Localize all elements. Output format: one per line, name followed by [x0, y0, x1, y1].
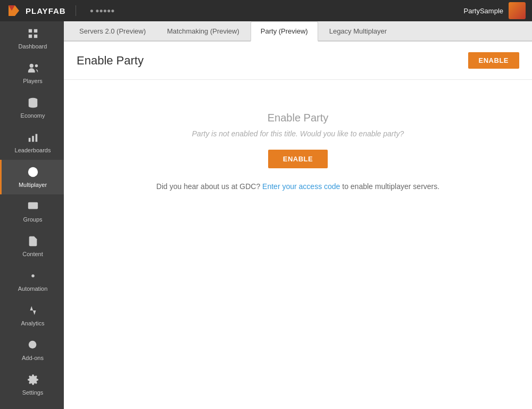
dashboard-icon: [27, 28, 39, 41]
sidebar-label-dashboard: Dashboard: [19, 43, 47, 50]
svg-line-19: [35, 347, 37, 349]
page-title: Enable Party: [77, 54, 144, 68]
sidebar-label-settings: Settings: [22, 389, 44, 396]
header-right: PartySample: [464, 2, 526, 19]
economy-icon: [27, 97, 39, 110]
content-icon: [27, 235, 39, 249]
gdc-text: Did you hear about us at GDC? Enter your…: [156, 182, 439, 191]
center-content: Enable Party Party is not enabled for th…: [64, 80, 532, 223]
svg-point-7: [35, 64, 38, 68]
sidebar-label-multiplayer: Multiplayer: [19, 182, 47, 188]
gdc-text-after: to enable multiplayer servers.: [342, 182, 439, 191]
automation-icon: [27, 270, 39, 283]
sidebar-item-groups[interactable]: Groups: [0, 194, 64, 229]
gdc-link[interactable]: Enter your access code: [262, 182, 340, 191]
logo-text: PLAYFAB: [26, 6, 66, 15]
tab-bar: Servers 2.0 (Preview) Matchmaking (Previ…: [64, 21, 532, 42]
tab-matchmaking[interactable]: Matchmaking (Preview): [157, 21, 250, 40]
svg-point-17: [31, 274, 35, 277]
sidebar-item-multiplayer[interactable]: Multiplayer: [0, 160, 64, 194]
tab-servers[interactable]: Servers 2.0 (Preview): [69, 21, 156, 40]
main-layout: Dashboard Players Economy Leaderboards M…: [0, 21, 532, 409]
sidebar-label-players: Players: [23, 78, 43, 84]
avatar-image: [509, 2, 526, 19]
avatar[interactable]: [509, 2, 526, 19]
sidebar-label-analytics: Analytics: [21, 320, 44, 326]
gdc-text-before: Did you hear about us at GDC?: [156, 182, 260, 191]
settings-icon: [27, 374, 39, 387]
header-username: PartySample: [464, 7, 503, 15]
svg-rect-4: [28, 35, 31, 38]
players-icon: [27, 62, 39, 76]
sidebar-item-analytics[interactable]: Analytics: [0, 298, 64, 333]
sidebar-item-addons[interactable]: Add-ons: [0, 333, 64, 367]
content-area: Servers 2.0 (Preview) Matchmaking (Previ…: [64, 21, 532, 409]
svg-rect-14: [28, 202, 37, 209]
sidebar-item-economy[interactable]: Economy: [0, 91, 64, 125]
sidebar-item-admin[interactable]: Admin: [0, 402, 64, 409]
svg-point-6: [29, 64, 33, 68]
sidebar-item-leaderboards[interactable]: Leaderboards: [0, 125, 64, 160]
sidebar-item-dashboard[interactable]: Dashboard: [0, 21, 64, 56]
svg-rect-10: [32, 136, 34, 142]
sidebar-item-players[interactable]: Players: [0, 56, 64, 91]
page-content: Enable Party ENABLE Enable Party Party i…: [64, 42, 532, 409]
page-header: Enable Party ENABLE: [64, 42, 532, 80]
svg-rect-5: [34, 35, 37, 38]
groups-icon: [27, 201, 39, 214]
playfab-logo-icon: [6, 3, 21, 18]
leaderboards-icon: [27, 132, 39, 145]
enable-button-center[interactable]: ENABLE: [268, 150, 328, 168]
top-header: PLAYFAB ● ●●●●● PartySample: [0, 0, 532, 21]
multiplayer-icon: [27, 166, 39, 179]
sidebar-label-automation: Automation: [18, 285, 48, 292]
enable-button-header[interactable]: ENABLE: [468, 52, 519, 69]
tab-legacy-multiplayer[interactable]: Legacy Multiplayer: [319, 21, 397, 40]
header-divider: [76, 5, 76, 16]
header-project-name: ● ●●●●●: [86, 6, 119, 15]
svg-rect-3: [34, 29, 37, 32]
addons-icon: [27, 339, 39, 353]
sidebar-label-addons: Add-ons: [22, 355, 44, 361]
center-title: Enable Party: [268, 112, 329, 124]
sidebar-item-content[interactable]: Content: [0, 229, 64, 264]
center-subtitle: Party is not enabled for this title. Wou…: [192, 129, 404, 138]
sidebar-label-economy: Economy: [21, 112, 45, 119]
sidebar-item-automation[interactable]: Automation: [0, 264, 64, 298]
sidebar: Dashboard Players Economy Leaderboards M…: [0, 21, 64, 409]
sidebar-label-groups: Groups: [23, 216, 42, 223]
sidebar-item-settings[interactable]: Settings: [0, 367, 64, 402]
tab-party[interactable]: Party (Preview): [251, 21, 318, 42]
sidebar-label-content: Content: [22, 251, 43, 257]
analytics-icon: [27, 305, 39, 318]
svg-rect-11: [35, 134, 37, 142]
svg-rect-2: [28, 29, 31, 32]
logo-area: PLAYFAB ● ●●●●●: [6, 3, 119, 18]
svg-point-18: [28, 341, 36, 349]
sidebar-label-leaderboards: Leaderboards: [15, 147, 51, 153]
svg-rect-9: [28, 138, 30, 142]
